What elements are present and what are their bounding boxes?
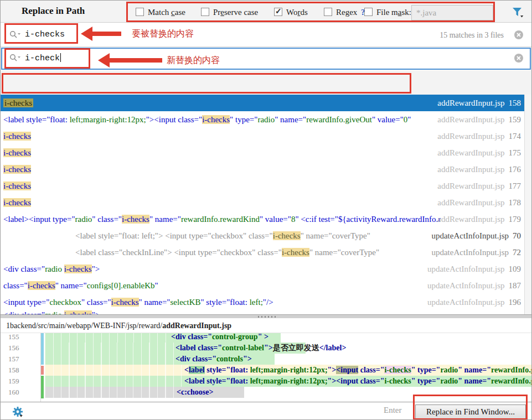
annotation-note-find: 要被替换的内容 [132, 28, 194, 40]
code-line: <div class="controls"> [1, 354, 532, 365]
result-row[interactable]: i-checks addRewardInput.jsp178 [1, 194, 524, 211]
result-row[interactable]: i-checks addRewardInput.jsp177 [1, 178, 524, 194]
annotation-note-replace: 新替换的内容 [167, 55, 220, 66]
annotation-box-scope [2, 73, 411, 94]
result-row[interactable]: i-checks addRewardInput.jsp175 [1, 144, 524, 161]
result-row[interactable]: i-checks addRewardInput.jsp158 [1, 95, 524, 111]
result-row[interactable]: <label style="float: left;"> <input type… [1, 227, 524, 244]
splitter-handle[interactable] [1, 314, 532, 318]
code-line: <div class="control-group" > [1, 333, 532, 343]
results-scrollbar[interactable] [524, 95, 532, 314]
results-list: i-checks addRewardInput.jsp158 <label st… [1, 95, 524, 314]
annotation-box-find [4, 23, 78, 44]
replace-in-path-dialog: Replace in Path Match case Preserve case… [0, 0, 532, 420]
code-line: <label class="control-label">是否立即发送</lab… [1, 343, 532, 354]
result-row[interactable]: class="i-checks" name="configs[0].enable… [1, 277, 524, 294]
preview-file-path: 1backend/src/main/webapp/WEB-INF/jsp/rew… [1, 318, 532, 333]
matches-summary: 15 matches in 3 files [393, 31, 504, 40]
path-directory: 1backend/src/main/webapp/WEB-INF/jsp/rew… [6, 322, 162, 330]
preview-editor: 155 156 157 158 159 160 <div class="cont… [1, 333, 532, 402]
filter-icon[interactable] [511, 6, 523, 18]
code-line: <label style="float: left;margin-right:1… [1, 376, 532, 387]
result-row-clipped[interactable]: <div class="radio i-checks"> [1, 307, 524, 314]
result-row[interactable]: <label style="float: left;margin-right:1… [1, 111, 524, 128]
result-row[interactable]: <label class="checkInLine"> <input type=… [1, 244, 524, 261]
find-row: i-checks 15 matches in 3 files [1, 23, 532, 47]
result-row[interactable]: i-checks addRewardInput.jsp176 [1, 161, 524, 178]
annotation-box-options [126, 2, 495, 22]
annotation-box-replace [4, 48, 90, 69]
result-row[interactable]: <div class="radio i-checks"> updateActIn… [1, 261, 524, 277]
clear-search-icon[interactable] [514, 30, 524, 40]
dialog-title: Replace in Path [22, 6, 85, 17]
result-row[interactable]: <label><input type="radio" class="i-chec… [1, 211, 524, 227]
annotation-arrow-replace [110, 58, 162, 63]
splitter-grip [258, 316, 276, 318]
gear-icon[interactable] [12, 406, 25, 419]
enter-hint: Enter [384, 406, 401, 415]
result-row[interactable]: i-checks addRewardInput.jsp174 [1, 128, 524, 144]
annotation-arrow-find [92, 32, 121, 36]
path-filename: addRewardInput.jsp [162, 322, 231, 330]
code-line-current-match: <label style="float: left;margin-right:1… [1, 365, 532, 376]
annotation-box-button [413, 395, 528, 420]
